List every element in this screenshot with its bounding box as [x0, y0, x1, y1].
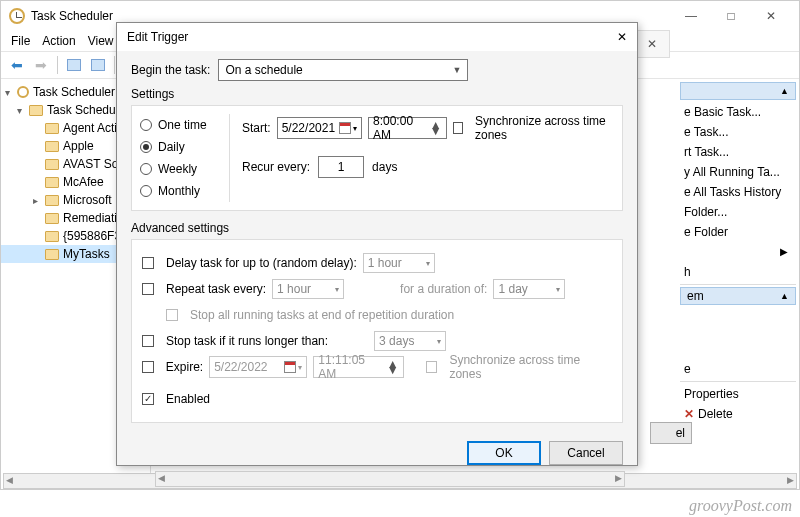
duration-combo[interactable]: 1 day▾ — [493, 279, 565, 299]
back-button[interactable]: ⬅ — [7, 55, 27, 75]
recur-unit: days — [372, 160, 397, 174]
expire-sync-checkbox — [426, 361, 438, 373]
sync-tz-label: Synchronize across time zones — [475, 114, 614, 142]
chevron-down-icon: ▼ — [452, 65, 461, 75]
toolbar-icon[interactable] — [88, 55, 108, 75]
duration-label: for a duration of: — [400, 282, 487, 296]
stop-longer-label: Stop task if it runs longer than: — [166, 334, 328, 348]
advanced-group: Delay task for up to (random delay): 1 h… — [131, 239, 623, 423]
cancel-button[interactable]: Cancel — [549, 441, 623, 465]
menu-file[interactable]: File — [11, 34, 30, 48]
settings-label: Settings — [131, 87, 623, 101]
action-delete[interactable]: ✕Delete — [680, 404, 796, 424]
expire-time-input[interactable]: 11:11:05 AM▲▼ — [313, 356, 403, 378]
radio-weekly[interactable]: Weekly — [140, 158, 221, 180]
inner-dialog-close[interactable]: ✕ — [634, 30, 670, 58]
action-item[interactable]: Folder... — [680, 202, 796, 222]
actions-pane: ▲ e Basic Task... e Task... rt Task... y… — [680, 82, 796, 424]
action-item[interactable]: e All Tasks History — [680, 182, 796, 202]
collapse-icon[interactable]: ▲ — [780, 291, 789, 301]
watermark: groovyPost.com — [689, 497, 792, 515]
repeat-combo[interactable]: 1 hour▾ — [272, 279, 344, 299]
edit-trigger-dialog: Edit Trigger ✕ Begin the task: On a sche… — [116, 22, 638, 466]
recur-label: Recur every: — [242, 160, 310, 174]
stop-repetition-checkbox — [166, 309, 178, 321]
menu-view[interactable]: View — [88, 34, 114, 48]
begin-task-dropdown[interactable]: On a schedule▼ — [218, 59, 468, 81]
delay-label: Delay task for up to (random delay): — [166, 256, 357, 270]
minimize-button[interactable]: — — [671, 2, 711, 30]
ok-button[interactable]: OK — [467, 441, 541, 465]
selected-item-header: em — [687, 289, 704, 303]
sync-tz-checkbox[interactable] — [453, 122, 463, 134]
app-icon — [9, 8, 25, 24]
dialog-title: Edit Trigger — [127, 30, 188, 44]
dialog-close-icon[interactable]: ✕ — [617, 30, 627, 44]
close-button[interactable]: ✕ — [751, 2, 791, 30]
repeat-label: Repeat task every: — [166, 282, 266, 296]
stop-longer-combo[interactable]: 3 days▾ — [374, 331, 446, 351]
radio-daily[interactable]: Daily — [140, 136, 221, 158]
recur-input[interactable]: 1 — [318, 156, 364, 178]
start-date-input[interactable]: 5/22/2021▾ — [277, 117, 362, 139]
action-item[interactable]: e Task... — [680, 122, 796, 142]
tree-scrollbar[interactable] — [3, 473, 151, 489]
content-scrollbar[interactable]: ◀ ▶ — [155, 471, 625, 487]
maximize-button[interactable]: □ — [711, 2, 751, 30]
submenu-icon[interactable]: ▶ — [780, 242, 788, 262]
action-item[interactable]: e — [680, 359, 796, 379]
partial-cancel-button[interactable]: el — [650, 422, 692, 444]
repeat-checkbox[interactable] — [142, 283, 154, 295]
action-item[interactable]: e Basic Task... — [680, 102, 796, 122]
action-item[interactable]: e Folder — [680, 222, 796, 242]
enabled-label: Enabled — [166, 392, 210, 406]
menu-action[interactable]: Action — [42, 34, 75, 48]
collapse-icon[interactable]: ▲ — [780, 86, 789, 96]
radio-monthly[interactable]: Monthly — [140, 180, 221, 202]
toolbar-icon[interactable] — [64, 55, 84, 75]
calendar-icon — [339, 122, 351, 134]
expire-sync-label: Synchronize across time zones — [449, 353, 612, 381]
action-item[interactable]: y All Running Ta... — [680, 162, 796, 182]
delay-checkbox[interactable] — [142, 257, 154, 269]
radio-one-time[interactable]: One time — [140, 114, 221, 136]
expire-label: Expire: — [166, 360, 203, 374]
forward-button[interactable]: ➡ — [31, 55, 51, 75]
enabled-checkbox[interactable] — [142, 393, 154, 405]
stop-longer-checkbox[interactable] — [142, 335, 154, 347]
action-refresh[interactable]: h — [680, 262, 796, 282]
start-time-input[interactable]: 8:00:00 AM▲▼ — [368, 117, 447, 139]
delete-icon: ✕ — [684, 407, 694, 421]
window-title: Task Scheduler — [31, 9, 671, 23]
delay-combo[interactable]: 1 hour▾ — [363, 253, 435, 273]
advanced-label: Advanced settings — [131, 221, 623, 235]
action-properties[interactable]: Properties — [680, 384, 796, 404]
settings-group: One time Daily Weekly Monthly Start: 5/2… — [131, 105, 623, 211]
start-label: Start: — [242, 121, 271, 135]
expire-checkbox[interactable] — [142, 361, 154, 373]
expire-date-input[interactable]: 5/22/2022▾ — [209, 356, 307, 378]
action-item[interactable]: rt Task... — [680, 142, 796, 162]
calendar-icon — [284, 361, 296, 373]
begin-task-label: Begin the task: — [131, 63, 210, 77]
stop-repetition-label: Stop all running tasks at end of repetit… — [190, 308, 454, 322]
